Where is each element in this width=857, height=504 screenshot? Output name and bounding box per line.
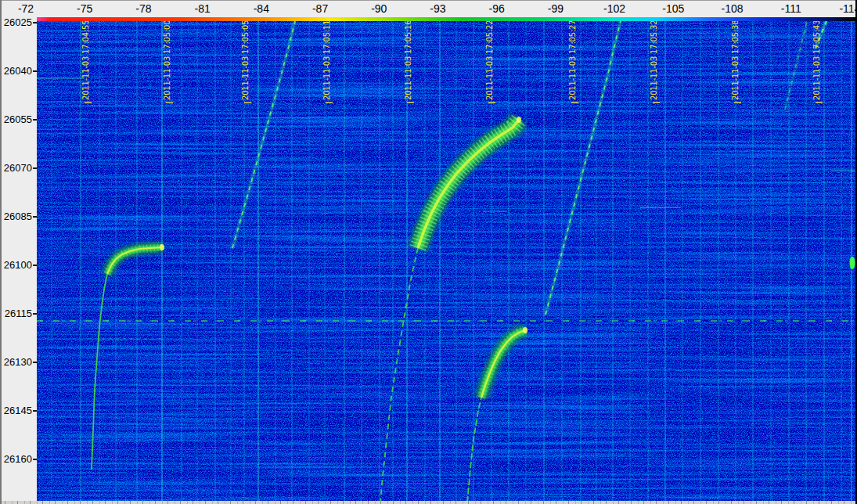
frequency-tick-label: 26070 — [4, 162, 32, 174]
power-tick-label: -87 — [312, 2, 328, 15]
power-tick-label: -102 — [603, 2, 625, 15]
frequency-tick-label: 26040 — [4, 65, 32, 77]
power-tick-label: -78 — [135, 2, 151, 15]
frequency-tick-label: 26100 — [4, 259, 32, 271]
power-tick-label: -72 — [18, 2, 34, 15]
power-tick-label: -90 — [371, 2, 387, 15]
power-tick-label: -108 — [722, 2, 744, 15]
spectrogram-plot[interactable]: 2011-11-03 17:04:552011-11-03 17:05:0020… — [37, 21, 855, 501]
signal-blob — [850, 257, 855, 269]
power-tick-label: -96 — [489, 2, 505, 15]
timestamp-label: 2011-11-03 17:05:43 — [812, 21, 821, 100]
frequency-tick-label: 26130 — [4, 356, 32, 368]
timestamp-label: 2011-11-03 17:05:32 — [650, 21, 658, 100]
frequency-tick-label: 26055 — [4, 113, 32, 125]
power-tick-label: -84 — [254, 2, 269, 15]
frequency-tick-label: 26115 — [5, 308, 32, 319]
bottom-statusbar-clipped — [0, 501, 857, 504]
frequency-tick-label: 26145 — [4, 405, 32, 416]
timestamp-label: 2011-11-03 17:05:27 — [568, 21, 577, 100]
window-border-left — [0, 0, 2, 504]
frequency-axis: 2602526040260552607026085261002611526130… — [0, 17, 37, 501]
power-tick-label: -111 — [781, 2, 801, 15]
power-tick-label: -75 — [77, 2, 92, 15]
spectrogram-app-window: -72-75-78-81-84-87-90-93-96-99-102-105-1… — [0, 0, 857, 504]
power-tick-label: -81 — [195, 2, 211, 15]
frequency-tick-label: 26025 — [4, 16, 32, 28]
power-tick-label: -99 — [548, 2, 564, 15]
timestamp-label: 2011-11-03 17:05:16 — [404, 21, 412, 100]
timestamp-label: 2011-11-03 17:04:55 — [81, 21, 90, 100]
power-tick-label: -114 — [839, 2, 857, 15]
timestamp-label: 2011-11-03 17:05:05 — [241, 21, 250, 100]
timestamp-label: 2011-11-03 17:05:22 — [485, 21, 494, 100]
frequency-tick-label: 26085 — [4, 211, 32, 222]
timestamp-label: 2011-11-03 17:05:38 — [731, 21, 740, 100]
power-tick-label: -93 — [430, 2, 445, 15]
power-scale-axis: -72-75-78-81-84-87-90-93-96-99-102-105-1… — [0, 0, 857, 17]
timestamp-label: 2011-11-03 17:05:00 — [163, 21, 171, 100]
power-tick-label: -105 — [662, 2, 684, 15]
timestamp-label: 2011-11-03 17:05:11 — [322, 21, 331, 100]
frequency-tick-label: 26160 — [4, 453, 32, 465]
